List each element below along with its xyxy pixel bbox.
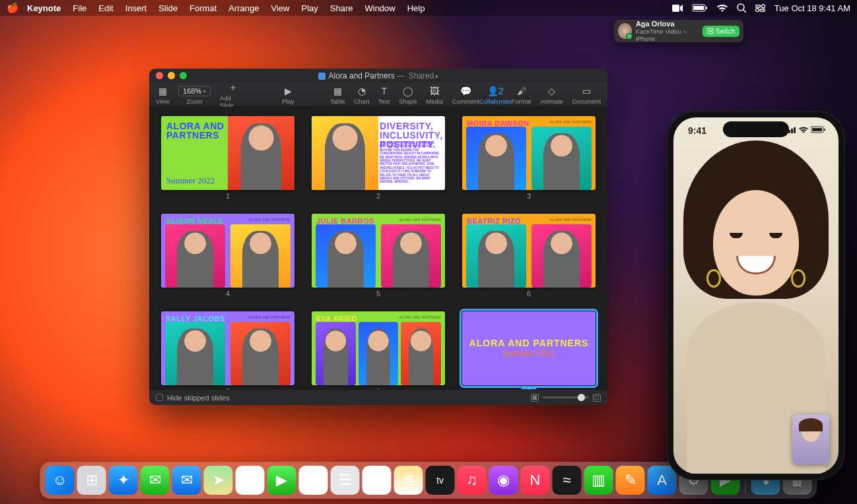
slide-thumbnail[interactable]: SALLY JACOBS ALORA AND PARTNERS 7 (161, 311, 294, 389)
launchpad-icon[interactable]: ⊞ (77, 466, 106, 495)
chart-button[interactable]: ◔Chart (354, 83, 369, 107)
menubar-clock[interactable]: Tue Oct 18 9:41 AM (774, 3, 850, 13)
iphone-time: 9:41 (688, 125, 706, 136)
slide-thumbnail[interactable]: ALISON NEALE ALORA AND PARTNERS 4 (161, 214, 294, 298)
svg-rect-8 (760, 9, 765, 11)
menu-help[interactable]: Help (407, 3, 425, 13)
menubar: 🍎 Keynote File Edit Insert Slide Format … (0, 0, 857, 16)
media-button[interactable]: 🖼Media (426, 83, 443, 107)
svg-rect-0 (672, 5, 679, 12)
svg-line-5 (743, 10, 746, 13)
tv-icon[interactable]: tv (426, 466, 455, 495)
menu-slide[interactable]: Slide (158, 3, 178, 13)
caller-subtitle: FaceTime Video – iPhone (636, 28, 699, 42)
svg-point-4 (737, 4, 744, 11)
caller-avatar (618, 23, 632, 39)
switch-button[interactable]: Switch (703, 26, 739, 37)
slide-thumbnail[interactable]: MOIRA DAWSON ALORA AND PARTNERS 3 (462, 116, 596, 201)
iphone-status-icons (786, 126, 825, 133)
slide-thumbnail[interactable]: ALORA AND PARTNERS Summer 2022 9 (462, 311, 596, 389)
wifi-icon (799, 127, 808, 133)
slide-thumbnail[interactable]: EVA FRIED ALORA AND PARTNERS 8 (312, 311, 445, 389)
pages-icon[interactable]: ✎ (616, 466, 645, 495)
appstore-icon[interactable]: A (648, 466, 677, 495)
menu-play[interactable]: Play (301, 3, 318, 13)
svg-point-7 (761, 5, 765, 8)
switch-icon (707, 28, 714, 34)
mail-icon[interactable]: ✉ (172, 466, 201, 495)
stocks-icon[interactable]: ≈ (553, 466, 582, 495)
comment-button[interactable]: 💬Comment (452, 83, 479, 107)
titlebar[interactable]: Alora and Partners — Shared (149, 69, 607, 83)
keynote-window: Alora and Partners — Shared ▦View 168% Z… (149, 69, 607, 405)
finder-icon[interactable]: ☺ (46, 466, 75, 495)
document-button[interactable]: ▭Document (572, 83, 601, 107)
contacts-icon[interactable]: ☰ (331, 466, 360, 495)
iphone-device: 9:41 (667, 111, 845, 480)
wifi-icon[interactable] (717, 4, 728, 12)
shape-button[interactable]: ◯Shape (399, 83, 417, 107)
animate-button[interactable]: ◇Animate (540, 83, 563, 107)
slide-thumbnail[interactable]: DIVERSITY, INCLUSIVITY, POSITIVITY. THE … (312, 116, 445, 201)
reminders-icon[interactable]: ☲ (362, 466, 392, 495)
music-icon[interactable]: ♫ (458, 466, 487, 495)
switch-label: Switch (716, 28, 735, 35)
hide-skipped-checkbox[interactable] (156, 394, 163, 401)
thumbnail-size-slider[interactable] (543, 396, 589, 398)
collaborate-button[interactable]: 👤 2 Collaborate (479, 83, 512, 107)
menubar-app-name[interactable]: Keynote (27, 3, 61, 13)
news-icon[interactable]: N (521, 466, 550, 495)
battery-icon[interactable] (692, 4, 708, 12)
grid-large-icon[interactable]: ▢ (593, 394, 601, 402)
facetime-self-view[interactable] (792, 414, 829, 464)
facetime-handoff-notification[interactable]: Aga Orlova FaceTime Video – iPhone Switc… (614, 20, 743, 42)
close-button[interactable] (156, 72, 163, 79)
notes-icon[interactable]: ≣ (394, 466, 423, 495)
svg-rect-6 (755, 5, 761, 7)
photos-icon[interactable]: ✿ (236, 466, 265, 495)
slide-thumbnail[interactable]: ALORA AND PARTNERS Summer 2022 1 (161, 116, 294, 201)
play-button[interactable]: ▶Play (282, 83, 294, 107)
menu-format[interactable]: Format (189, 3, 217, 13)
add-slide-button[interactable]: ＋Add Slide (220, 83, 246, 107)
menu-edit[interactable]: Edit (98, 3, 113, 13)
grid-small-icon[interactable]: ▦ (531, 394, 539, 402)
safari-icon[interactable]: ✦ (109, 466, 138, 495)
table-button[interactable]: ▦Table (330, 83, 345, 107)
zoom-dropdown[interactable]: 168% Zoom (178, 83, 211, 107)
slide-thumbnail[interactable]: BEATRIZ RIZO ALORA AND PARTNERS 6 (462, 214, 596, 298)
menu-file[interactable]: File (73, 3, 86, 13)
shared-dropdown[interactable]: Shared (409, 71, 439, 80)
format-button[interactable]: 🖌Format (512, 83, 531, 107)
podcasts-icon[interactable]: ◉ (489, 466, 518, 495)
svg-rect-14 (794, 127, 796, 133)
svg-point-9 (755, 9, 759, 12)
maps-icon[interactable]: ➤ (204, 466, 233, 495)
messages-icon[interactable]: ✉ (141, 466, 170, 495)
minimize-button[interactable] (168, 72, 175, 79)
calendar-icon[interactable]: 18 (299, 466, 328, 495)
menu-insert[interactable]: Insert (125, 3, 147, 13)
facetime-icon[interactable]: ▶ (267, 466, 296, 495)
facetime-menubar-icon[interactable] (672, 5, 683, 12)
numbers-icon[interactable]: ▥ (584, 466, 613, 495)
spotlight-icon[interactable] (737, 3, 746, 13)
text-button[interactable]: TText (378, 83, 390, 107)
window-controls (156, 72, 187, 79)
menu-window[interactable]: Window (364, 3, 395, 13)
iphone-notch (723, 121, 789, 137)
view-button[interactable]: ▦View (156, 83, 169, 107)
iphone-screen: 9:41 (673, 117, 839, 474)
slide-thumbnail[interactable]: JULIE BARROS ALORA AND PARTNERS 5 (312, 214, 445, 298)
window-bottom-bar: Hide skipped slides ▦ ▢ (149, 389, 607, 405)
battery-icon (811, 126, 825, 133)
caller-name: Aga Orlova (636, 20, 699, 28)
menu-share[interactable]: Share (330, 3, 353, 13)
menu-arrange[interactable]: Arrange (228, 3, 259, 13)
menu-view[interactable]: View (271, 3, 290, 13)
fullscreen-button[interactable] (180, 72, 187, 79)
control-center-icon[interactable] (755, 4, 765, 12)
svg-rect-3 (706, 7, 707, 9)
apple-menu-icon[interactable]: 🍎 (7, 2, 19, 14)
svg-rect-11 (786, 131, 788, 133)
